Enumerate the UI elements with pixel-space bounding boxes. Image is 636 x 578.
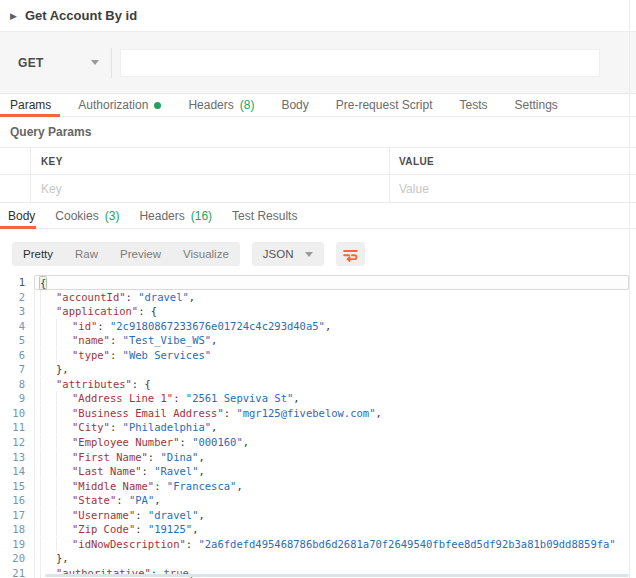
collapse-arrow-icon[interactable]: ▶ [10,11,17,21]
code-token: "Zip Code" [72,523,135,535]
indent-guide [56,333,72,347]
code-line: 3"application": { [0,304,636,319]
tab-label: Body [8,209,35,223]
line-number: 17 [0,508,34,523]
indent-guide [40,450,56,464]
line-number: 1 [0,275,34,290]
code-line-content: "attributes": { [34,377,151,392]
tab-count-badge: (8) [240,98,255,112]
indent-guide [40,551,56,565]
response-tab-headers[interactable]: Headers (16) [139,209,212,223]
tab-params[interactable]: Params [10,98,51,112]
tab-settings[interactable]: Settings [515,98,558,112]
tab-pre-request-script[interactable]: Pre-request Script [336,98,433,112]
tab-label: Authorization [78,98,148,112]
query-params-section: Query Params [0,117,636,147]
code-line: 2"accountId": "dravel", [0,290,636,305]
code-line: 16"State": "PA", [0,493,636,508]
request-tabs: Params Authorization Headers (8) Body Pr… [0,94,636,117]
param-key-input[interactable] [41,182,372,196]
line-number: 11 [0,420,34,435]
line-number: 14 [0,464,34,479]
tab-authorization[interactable]: Authorization [78,98,161,112]
code-token: "City" [72,421,110,433]
view-mode-raw[interactable]: Raw [64,242,109,266]
indent-guide [40,290,56,304]
code-token: "000160" [192,436,243,448]
code-token: "2a6fdefd495468786bd6d2681a70f2649540fbf… [198,538,615,550]
key-column-header: KEY [31,148,390,174]
code-token: "attributes" [56,378,132,390]
wrap-lines-button[interactable] [336,242,365,266]
code-line: 5"name": "Test_Vibe_WS", [0,333,636,348]
code-token: "First Name" [72,451,148,463]
code-line-content: "accountId": "dravel", [34,290,195,305]
line-number: 10 [0,406,34,421]
view-mode-switcher: Pretty Raw Preview Visualize [12,242,240,266]
line-number: 16 [0,493,34,508]
code-token: "dravel" [148,509,199,521]
code-line: 10"Business Email Address": "mgr125@five… [0,406,636,421]
code-line: 17"Username": "dravel", [0,508,636,523]
code-line: 9"Address Line 1": "2561 Sepviva St", [0,391,636,406]
response-tab-cookies[interactable]: Cookies (3) [55,209,119,223]
column-label: KEY [41,156,63,167]
code-line: 11"City": "Philadelphia", [0,420,636,435]
line-number: 8 [0,377,34,392]
response-view-toolbar: Pretty Raw Preview Visualize JSON [0,229,636,272]
code-line-content: "type": "Web Services" [34,348,211,363]
code-token: , [375,407,381,419]
indent-guide [56,406,72,420]
method-dropdown[interactable]: GET [10,48,112,78]
view-mode-pretty[interactable]: Pretty [12,242,64,266]
code-token: : { [132,378,151,390]
code-token: "Ravel" [154,465,198,477]
code-token: : [179,436,192,448]
code-line-content: "City": "Philadelphia", [34,420,217,435]
response-format-dropdown[interactable]: JSON [252,242,325,266]
indent-guide [56,464,72,478]
code-line-content: "application": { [34,304,157,319]
code-token: , [293,392,299,404]
key-cell [31,175,390,202]
code-line: 18"Zip Code": "19125", [0,522,636,537]
line-number: 13 [0,450,34,465]
value-cell [390,175,636,202]
url-builder-row: GET [0,32,636,94]
code-token: "2561 Sepviva St" [186,392,293,404]
param-value-input[interactable] [399,182,624,196]
response-tab-test-results[interactable]: Test Results [232,209,297,223]
active-tab-indicator [0,114,60,117]
view-mode-visualize[interactable]: Visualize [172,242,240,266]
indent-guide [40,537,56,551]
horizontal-scrollbar[interactable] [45,574,629,577]
code-token: "Address Line 1" [72,392,173,404]
view-mode-preview[interactable]: Preview [109,242,172,266]
code-token: , [198,465,204,477]
code-line-content: "Employee Number": "000160", [34,435,249,450]
code-token: { [40,277,46,289]
panel-right-border [629,0,630,578]
code-line: 14"Last Name": "Ravel", [0,464,636,479]
tab-headers[interactable]: Headers (8) [188,98,254,112]
code-line: 6"type": "Web Services" [0,348,636,363]
code-line: 4"id": "2c9180867233676e01724c4c293d40a5… [0,319,636,334]
indent-guide [56,508,72,522]
format-label: JSON [263,248,294,260]
response-body-editor[interactable]: 1{2"accountId": "dravel",3"application":… [0,272,636,578]
response-tabs: Body Cookies (3) Headers (16) Test Resul… [0,203,636,229]
code-token: , [198,451,204,463]
value-column-header: VALUE [390,148,636,174]
line-number: 4 [0,319,34,334]
line-number: 9 [0,391,34,406]
code-token: , [211,334,217,346]
tab-body[interactable]: Body [281,98,308,112]
response-tab-body[interactable]: Body [8,209,35,223]
tab-tests[interactable]: Tests [459,98,487,112]
code-token: "19125" [148,523,192,535]
code-token: : [126,291,139,303]
indent-guide [40,348,56,362]
url-input[interactable] [120,49,600,77]
code-token: "accountId" [56,291,126,303]
indent-guide [40,406,56,420]
